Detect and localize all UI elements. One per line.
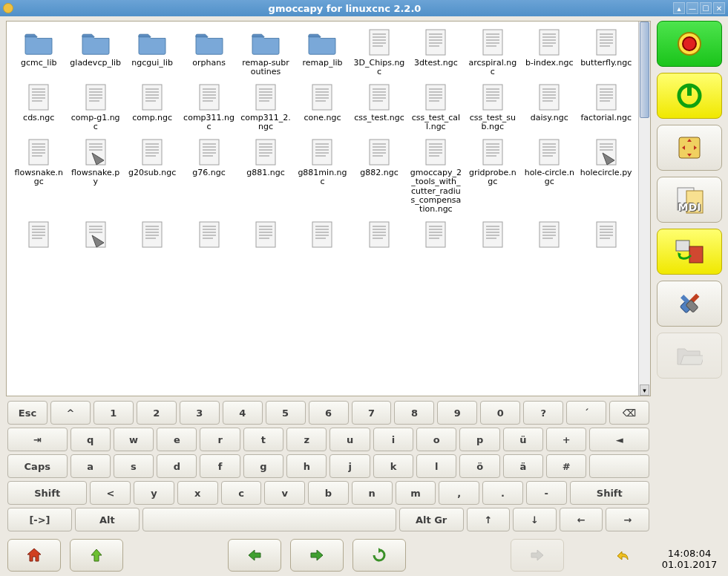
file-item[interactable]: css_test_call.ngc bbox=[408, 81, 463, 133]
kb-key[interactable]: ← bbox=[560, 508, 603, 531]
kb-key[interactable]: q bbox=[70, 428, 111, 451]
kb-key[interactable]: Caps bbox=[7, 454, 68, 478]
kb-key[interactable]: g bbox=[243, 454, 283, 478]
kb-key[interactable]: o bbox=[416, 428, 456, 451]
kb-key[interactable]: m bbox=[396, 481, 436, 505]
kb-key[interactable]: , bbox=[439, 481, 479, 505]
folder-item[interactable]: gcmc_lib bbox=[11, 26, 66, 78]
kb-key[interactable]: ö bbox=[459, 454, 499, 478]
kb-key[interactable]: - bbox=[526, 481, 567, 505]
kb-key[interactable]: f bbox=[200, 454, 240, 478]
kb-key[interactable]: Shift bbox=[7, 481, 87, 505]
file-item[interactable]: g881.ngc bbox=[238, 136, 293, 215]
kb-key[interactable]: # bbox=[546, 454, 586, 478]
kb-key[interactable]: l bbox=[416, 454, 456, 478]
file-item[interactable] bbox=[238, 218, 293, 252]
file-item[interactable]: css_test_sub.ngc bbox=[465, 81, 520, 133]
kb-key[interactable]: 0 bbox=[480, 401, 520, 425]
kb-key[interactable]: 6 bbox=[309, 401, 349, 425]
reload-button[interactable] bbox=[352, 539, 406, 572]
kb-key[interactable]: 7 bbox=[352, 401, 392, 425]
kb-key[interactable]: ´ bbox=[566, 401, 606, 425]
settings-button[interactable] bbox=[657, 281, 722, 327]
file-item[interactable]: comp-g1.ngc bbox=[68, 81, 122, 133]
file-item[interactable]: g881min.ngc bbox=[295, 136, 350, 215]
file-item[interactable]: hole-circle.ngc bbox=[522, 136, 577, 215]
kb-key[interactable]: j bbox=[329, 454, 370, 478]
kb-key[interactable]: → bbox=[606, 508, 649, 531]
kb-key[interactable]: k bbox=[373, 454, 413, 478]
kb-key[interactable]: ⇥ bbox=[7, 428, 68, 451]
file-item[interactable]: comp.ngc bbox=[125, 81, 180, 133]
folder-item[interactable]: ngcgui_lib bbox=[125, 26, 180, 78]
kb-key[interactable]: 9 bbox=[437, 401, 477, 425]
jog-mode-button[interactable] bbox=[657, 125, 722, 171]
file-item[interactable] bbox=[295, 218, 350, 252]
kb-key[interactable]: i bbox=[373, 428, 413, 451]
kb-key[interactable]: + bbox=[546, 428, 586, 451]
file-item[interactable]: g882.ngc bbox=[352, 136, 407, 215]
power-button[interactable] bbox=[657, 73, 722, 119]
kb-key[interactable]: e bbox=[157, 428, 197, 451]
kb-key[interactable]: w bbox=[114, 428, 154, 451]
kb-key[interactable]: 5 bbox=[266, 401, 306, 425]
kb-key[interactable]: b bbox=[308, 481, 349, 505]
file-item[interactable]: flowsnake.ngc bbox=[11, 136, 66, 215]
kb-key[interactable]: Shift bbox=[570, 481, 649, 505]
kb-key[interactable]: x bbox=[177, 481, 218, 505]
forward-button[interactable] bbox=[290, 539, 344, 572]
file-item[interactable] bbox=[68, 218, 122, 252]
kb-key[interactable]: u bbox=[329, 428, 370, 451]
file-item[interactable]: factorial.ngc bbox=[579, 81, 634, 133]
file-item[interactable]: g76.ngc bbox=[181, 136, 236, 215]
kb-key[interactable]: t bbox=[243, 428, 283, 451]
kb-key[interactable]: ◄ bbox=[589, 428, 649, 451]
kb-key[interactable]: c bbox=[221, 481, 262, 505]
file-item[interactable]: 3D_Chips.ngc bbox=[352, 26, 407, 78]
file-item[interactable]: b-index.ngc bbox=[522, 26, 577, 78]
kb-key[interactable]: r bbox=[200, 428, 240, 451]
kb-key[interactable]: h bbox=[286, 454, 327, 478]
file-item[interactable] bbox=[352, 218, 407, 252]
kb-key[interactable]: Esc bbox=[7, 401, 47, 425]
kb-key[interactable]: Alt Gr bbox=[399, 508, 464, 531]
file-item[interactable]: flowsnake.py bbox=[68, 136, 122, 215]
kb-key[interactable]: ↓ bbox=[513, 508, 557, 531]
kb-key[interactable]: v bbox=[264, 481, 305, 505]
kb-key[interactable]: ä bbox=[503, 454, 543, 478]
file-item[interactable]: daisy.ngc bbox=[522, 81, 577, 133]
kb-key[interactable]: ^ bbox=[50, 401, 91, 425]
kb-key[interactable]: Alt bbox=[75, 508, 140, 531]
file-item[interactable] bbox=[11, 218, 66, 252]
file-item[interactable]: css_test.ngc bbox=[352, 81, 407, 133]
close-button[interactable]: ✕ bbox=[713, 2, 725, 14]
kb-key[interactable]: [->] bbox=[7, 508, 72, 531]
file-item[interactable] bbox=[465, 218, 520, 252]
folder-item[interactable]: remap-subroutines bbox=[238, 26, 293, 78]
kb-key[interactable]: ↑ bbox=[467, 508, 511, 531]
kb-key[interactable]: n bbox=[352, 481, 393, 505]
file-item[interactable] bbox=[579, 218, 634, 252]
auto-mode-button[interactable] bbox=[657, 229, 722, 275]
kb-key[interactable]: ü bbox=[503, 428, 543, 451]
file-item[interactable]: butterfly.ngc bbox=[579, 26, 634, 78]
file-item[interactable]: gmoccapy_2_tools_with_cutter_radius_comp… bbox=[408, 136, 463, 215]
rollup-button[interactable]: ▴ bbox=[673, 2, 685, 14]
kb-key[interactable]: z bbox=[286, 428, 327, 451]
scroll-thumb[interactable] bbox=[640, 22, 649, 118]
file-item[interactable] bbox=[408, 218, 463, 252]
kb-key[interactable]: 2 bbox=[137, 401, 177, 425]
file-item[interactable]: 3dtest.ngc bbox=[408, 26, 463, 78]
kb-key[interactable]: 1 bbox=[94, 401, 134, 425]
kb-spacebar[interactable] bbox=[142, 508, 396, 531]
kb-key[interactable]: . bbox=[482, 481, 523, 505]
folder-item[interactable]: orphans bbox=[181, 26, 236, 78]
kb-key[interactable]: ? bbox=[523, 401, 563, 425]
kb-key[interactable]: y bbox=[134, 481, 174, 505]
maximize-button[interactable]: ☐ bbox=[700, 2, 712, 14]
file-item[interactable]: comp311.ngc bbox=[181, 81, 236, 133]
mdi-mode-button[interactable]: MDI bbox=[657, 177, 722, 223]
kb-key[interactable]: d bbox=[157, 454, 197, 478]
kb-key[interactable]: p bbox=[459, 428, 499, 451]
kb-key[interactable] bbox=[589, 454, 649, 478]
